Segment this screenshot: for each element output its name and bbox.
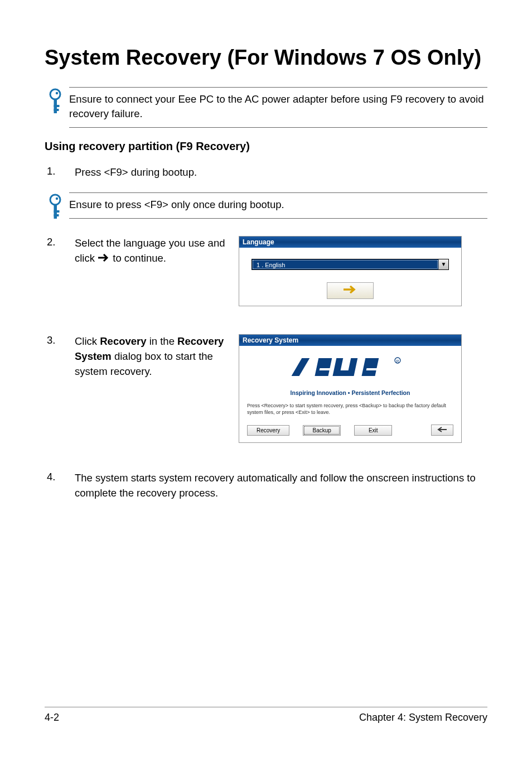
asus-logo: R [247, 354, 453, 386]
key-icon [47, 88, 64, 118]
step-3: 3. Click Recovery in the Recovery System… [45, 334, 487, 443]
step-4: 4. The system starts system recovery aut… [45, 471, 487, 501]
svg-point-0 [50, 89, 60, 99]
step-2: 2. Select the language you use and click… [45, 236, 487, 306]
logo-tagline: Inspiring Innovation • Persistent Perfec… [247, 389, 453, 396]
back-button[interactable] [431, 425, 453, 436]
step-number: 2. [45, 236, 75, 248]
svg-text:R: R [396, 359, 399, 363]
dialog-title: Recovery System [239, 335, 461, 346]
step-text: Select the language you use and click to… [75, 236, 231, 266]
svg-point-1 [56, 91, 58, 94]
continue-button[interactable] [327, 282, 374, 299]
step-number: 3. [45, 334, 75, 346]
step-text: Press <F9> during bootup. [75, 165, 487, 180]
page-title: System Recovery (For Windows 7 OS Only) [45, 45, 487, 71]
dropdown-selected: 1 . English [253, 260, 438, 269]
svg-rect-4 [54, 109, 59, 111]
svg-rect-3 [54, 105, 60, 107]
chapter-label: Chapter 4: System Recovery [359, 712, 487, 724]
note-text-1: Ensure to connect your Eee PC to the AC … [69, 87, 487, 128]
arrow-right-icon [343, 285, 357, 294]
arrow-left-icon [437, 427, 447, 432]
section-subheading: Using recovery partition (F9 Recovery) [45, 140, 487, 153]
key-icon [47, 194, 64, 224]
dialog-instruction: Press <Recovery> to start system recover… [247, 403, 453, 416]
recovery-button[interactable]: Recovery [247, 425, 289, 436]
step-number: 4. [45, 471, 75, 483]
svg-rect-8 [54, 210, 60, 213]
step-1: 1. Press <F9> during bootup. [45, 165, 487, 180]
page-number: 4-2 [45, 712, 59, 724]
language-dialog: Language 1 . English ▼ [239, 236, 462, 306]
svg-rect-9 [54, 214, 59, 216]
recovery-system-dialog: Recovery System R [239, 334, 462, 443]
dialog-title: Language [239, 237, 461, 248]
note-box-2: Ensure to press <F9> only once during bo… [47, 192, 487, 224]
backup-button[interactable]: Backup [303, 425, 341, 436]
note-box-1: Ensure to connect your Eee PC to the AC … [47, 87, 487, 128]
language-dropdown[interactable]: 1 . English ▼ [252, 259, 449, 270]
step-number: 1. [45, 165, 75, 177]
exit-button[interactable]: Exit [354, 425, 392, 436]
chevron-down-icon[interactable]: ▼ [438, 259, 448, 269]
step-text: The system starts system recovery automa… [75, 471, 487, 501]
svg-point-6 [56, 197, 58, 200]
note-text-2: Ensure to press <F9> only once during bo… [69, 192, 487, 219]
svg-point-5 [50, 195, 60, 205]
step-text: Click Recovery in the Recovery System di… [75, 334, 231, 379]
page-footer: 4-2 Chapter 4: System Recovery [45, 707, 487, 724]
arrow-right-icon [98, 251, 110, 266]
